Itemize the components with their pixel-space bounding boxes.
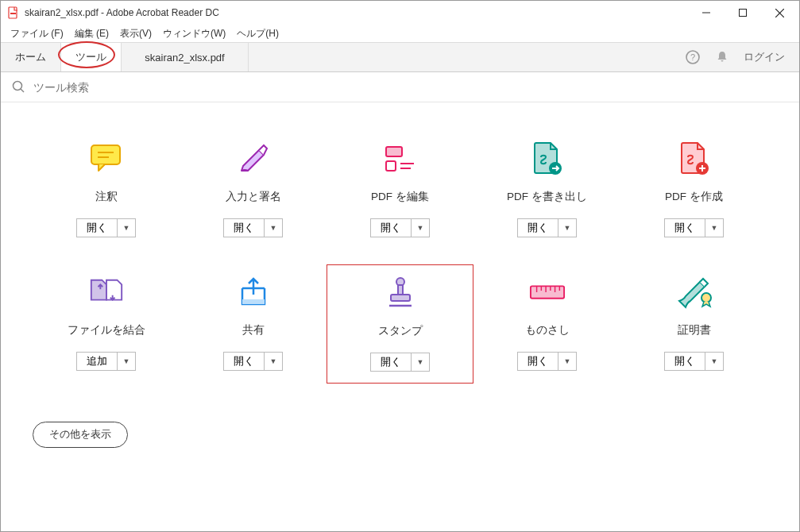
- tool-open-button[interactable]: 開く▼: [370, 353, 430, 372]
- svg-rect-13: [386, 147, 402, 156]
- menu-edit[interactable]: 編集 (E): [70, 25, 114, 42]
- svg-point-8: [14, 82, 22, 91]
- comment-icon: [88, 141, 125, 177]
- close-button[interactable]: [761, 1, 798, 25]
- tool-open-button[interactable]: 開く▼: [664, 218, 724, 237]
- svg-rect-1: [10, 13, 16, 14]
- bell-icon[interactable]: [715, 50, 729, 64]
- svg-rect-3: [740, 10, 747, 17]
- maximize-button[interactable]: [725, 1, 761, 25]
- window-title: skairan2_xlsx.pdf - Adobe Acrobat Reader…: [25, 7, 688, 18]
- tab-document[interactable]: skairan2_xlsx.pdf: [122, 43, 249, 71]
- tool-open-button[interactable]: 開く▼: [223, 352, 283, 371]
- search-input[interactable]: [33, 81, 788, 94]
- certificate-icon: [676, 274, 713, 310]
- export-pdf-icon: [529, 141, 566, 177]
- svg-rect-10: [91, 145, 120, 164]
- tool-open-button[interactable]: 開く▼: [517, 218, 577, 237]
- menu-file[interactable]: ファイル (F): [6, 25, 68, 42]
- edit-pdf-icon: [382, 141, 419, 177]
- tool-label: 入力と署名: [226, 190, 281, 204]
- search-icon: [12, 80, 25, 94]
- app-icon: [7, 6, 20, 19]
- tab-tools-label: ツール: [75, 50, 106, 64]
- tab-tools[interactable]: ツール: [61, 43, 122, 71]
- tool-label: ファイルを結合: [68, 323, 145, 337]
- tool-open-button[interactable]: 開く▼: [517, 352, 577, 371]
- tool-create-pdf[interactable]: PDF を作成 開く▼: [620, 131, 767, 249]
- help-icon[interactable]: ?: [685, 49, 701, 65]
- chevron-down-icon[interactable]: ▼: [118, 353, 135, 370]
- chevron-down-icon[interactable]: ▼: [705, 353, 723, 370]
- chevron-down-icon[interactable]: ▼: [265, 353, 282, 370]
- ruler-icon: [529, 274, 566, 310]
- tool-label: PDF を作成: [665, 190, 723, 204]
- tool-comment[interactable]: 注釈 開く▼: [33, 131, 180, 249]
- tabbar: ホーム ツール skairan2_xlsx.pdf ? ログイン: [1, 42, 799, 72]
- tool-export-pdf[interactable]: PDF を書き出し 開く▼: [473, 131, 620, 249]
- tool-share[interactable]: 共有 開く▼: [180, 264, 327, 384]
- tab-document-label: skairan2_xlsx.pdf: [145, 52, 224, 64]
- tool-measure[interactable]: ものさし 開く▼: [473, 264, 620, 384]
- combine-icon: [88, 274, 125, 310]
- tool-label: 注釈: [95, 190, 118, 204]
- svg-line-9: [21, 89, 24, 92]
- minimize-button[interactable]: [688, 1, 725, 25]
- titlebar: skairan2_xlsx.pdf - Adobe Acrobat Reader…: [1, 1, 799, 25]
- chevron-down-icon[interactable]: ▼: [558, 353, 576, 370]
- tab-home-label: ホーム: [15, 50, 46, 64]
- tool-label: PDF を編集: [371, 190, 429, 204]
- svg-rect-22: [391, 295, 410, 301]
- searchbar: [1, 72, 799, 102]
- tool-label: 共有: [242, 323, 265, 337]
- menubar: ファイル (F) 編集 (E) 表示(V) ウィンドウ(W) ヘルプ(H): [1, 25, 799, 42]
- share-icon: [235, 274, 272, 310]
- menu-view[interactable]: 表示(V): [115, 25, 157, 42]
- tool-combine[interactable]: ファイルを結合 追加▼: [33, 264, 180, 384]
- tool-edit-pdf[interactable]: PDF を編集 開く▼: [327, 131, 473, 249]
- tool-add-button[interactable]: 追加▼: [76, 352, 136, 371]
- more-row: その他を表示: [33, 422, 767, 448]
- show-more-button[interactable]: その他を表示: [33, 422, 128, 448]
- tool-fill-sign[interactable]: 入力と署名 開く▼: [180, 131, 327, 249]
- sign-icon: [235, 141, 272, 177]
- svg-text:?: ?: [690, 52, 695, 62]
- stamp-icon: [382, 275, 419, 311]
- tool-open-button[interactable]: 開く▼: [370, 218, 430, 237]
- chevron-down-icon[interactable]: ▼: [705, 219, 723, 237]
- tool-open-button[interactable]: 開く▼: [223, 218, 283, 237]
- chevron-down-icon[interactable]: ▼: [118, 219, 135, 237]
- chevron-down-icon[interactable]: ▼: [558, 219, 576, 237]
- login-link[interactable]: ログイン: [744, 50, 785, 64]
- tool-label: スタンプ: [378, 324, 423, 338]
- tools-grid: 注釈 開く▼ 入力と署名 開く▼ PDF を編集 開く▼ PDF を書き出し 開…: [33, 131, 767, 384]
- tool-label: ものさし: [525, 323, 570, 337]
- tool-label: 証明書: [678, 323, 711, 337]
- chevron-down-icon[interactable]: ▼: [412, 353, 429, 371]
- chevron-down-icon[interactable]: ▼: [265, 219, 282, 237]
- chevron-down-icon[interactable]: ▼: [412, 219, 429, 237]
- tool-label: PDF を書き出し: [507, 190, 587, 204]
- tool-stamp[interactable]: スタンプ 開く▼: [327, 264, 473, 384]
- window-controls: [688, 1, 798, 25]
- svg-rect-19: [242, 299, 265, 304]
- create-pdf-icon: [676, 141, 713, 177]
- svg-rect-21: [398, 285, 403, 295]
- menu-help[interactable]: ヘルプ(H): [232, 25, 284, 42]
- menu-window[interactable]: ウィンドウ(W): [158, 25, 230, 42]
- tool-open-button[interactable]: 開く▼: [76, 218, 136, 237]
- tools-area: 注釈 開く▼ 入力と署名 開く▼ PDF を編集 開く▼ PDF を書き出し 開…: [1, 102, 799, 464]
- svg-point-31: [701, 293, 711, 303]
- tab-home[interactable]: ホーム: [1, 43, 61, 71]
- tool-certificate[interactable]: 証明書 開く▼: [620, 264, 767, 384]
- tool-open-button[interactable]: 開く▼: [664, 352, 724, 371]
- svg-rect-14: [386, 161, 396, 171]
